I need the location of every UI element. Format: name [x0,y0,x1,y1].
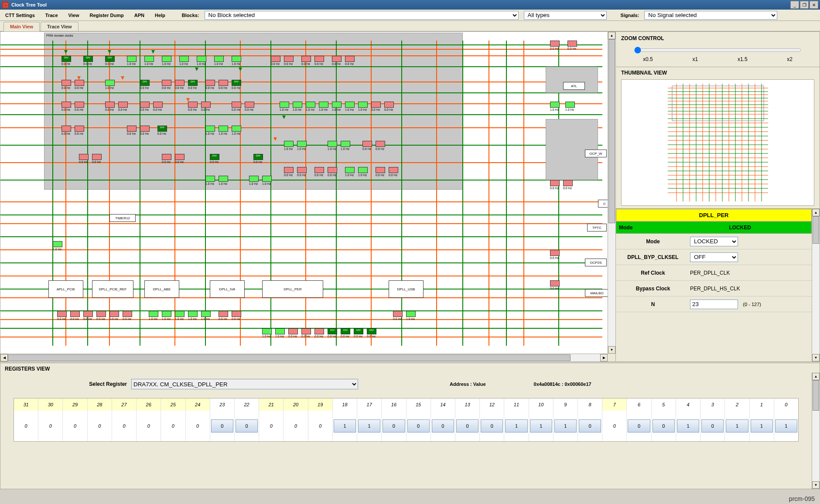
bit-value-button[interactable]: 1 [677,419,699,432]
clock-block[interactable] [219,126,228,132]
menu-trace[interactable]: Trace [43,12,61,19]
clock-block[interactable]: DIV [354,328,363,334]
scroll-up-icon[interactable]: ▲ [608,32,615,39]
close-button[interactable]: ✕ [810,1,818,9]
tab-main-view[interactable]: Main View [3,22,40,31]
diagram-scroll-h[interactable]: ◀ ▶ [0,354,608,361]
clock-block[interactable] [345,56,355,62]
clock-block[interactable] [328,141,337,147]
block-c[interactable]: C [598,200,608,208]
clock-block[interactable] [301,328,311,334]
block-ocpw[interactable]: OCP_W [585,150,607,157]
clock-block[interactable] [314,167,324,173]
clock-block[interactable]: DIV [157,126,167,132]
clock-block[interactable] [550,280,560,286]
clock-block[interactable] [345,167,355,173]
diagram-scroll-v[interactable]: ▲ ▼ [608,32,615,354]
clock-block[interactable] [275,328,285,334]
clock-block[interactable] [179,56,189,62]
clock-block[interactable] [175,80,184,86]
types-select[interactable]: All types [524,11,607,20]
clock-block[interactable]: DIV [62,56,71,62]
clock-block[interactable] [140,126,150,132]
bit-value-button[interactable]: 0 [481,419,503,432]
clock-block[interactable]: DIV [367,328,376,334]
clock-block[interactable] [288,328,298,334]
clock-block[interactable]: DIV [232,80,241,86]
clock-block[interactable] [75,102,84,108]
scroll-left-icon[interactable]: ◀ [0,354,8,361]
bit-value-button[interactable]: 0 [701,419,724,432]
reg-select[interactable]: DRA7XX. CM_CLKSEL_DPLL_PER [131,379,358,389]
clock-block[interactable] [219,311,228,317]
prop-byp-select[interactable]: OFF [690,252,738,262]
bit-value-button[interactable]: 0 [579,419,601,432]
scroll-thumb-h[interactable] [8,354,571,361]
clock-block[interactable] [567,41,577,47]
bit-value-button[interactable]: 0 [628,419,650,432]
clock-block[interactable] [271,56,280,62]
diagram-canvas[interactable]: PRM domain clocks [0,32,608,354]
prop-scroll-up-icon[interactable]: ▲ [812,209,820,216]
clock-block[interactable] [214,56,224,62]
clock-block[interactable] [197,56,206,62]
bit-value-button[interactable]: 0 [432,419,454,432]
clock-block[interactable] [219,176,228,182]
thumbnail-view[interactable] [621,79,814,206]
clock-block[interactable] [345,102,355,108]
clock-block[interactable]: DIV [105,56,115,62]
clock-block[interactable] [297,141,307,147]
clock-block[interactable] [62,126,71,132]
clock-block[interactable] [358,102,368,108]
clock-block[interactable] [75,80,84,86]
pll-dpll-per[interactable]: DPLL_PER [262,280,323,298]
clock-block[interactable] [205,176,215,182]
clock-block[interactable] [149,311,158,317]
bit-value-button[interactable]: 0 [211,419,233,432]
bit-value-button[interactable]: 1 [726,419,748,432]
clock-block[interactable] [297,167,307,173]
clock-block[interactable] [188,311,198,317]
clock-block[interactable] [406,311,416,317]
clock-block[interactable] [314,56,324,62]
clock-block[interactable] [175,154,184,160]
clock-block[interactable]: DIV [140,80,150,86]
clock-block[interactable] [319,102,328,108]
clock-block[interactable] [341,141,350,147]
clock-block[interactable] [280,102,289,108]
bit-value-button[interactable]: 0 [456,419,478,432]
menu-view[interactable]: View [66,12,82,19]
clock-block[interactable] [332,56,342,62]
prop-n-input[interactable] [690,300,738,309]
clock-block[interactable] [83,311,93,317]
clock-block[interactable] [123,311,132,317]
clock-block[interactable] [96,311,106,317]
block-ocp2s[interactable]: OCP2S [585,259,607,266]
clock-block[interactable] [245,102,254,108]
bit-value-button[interactable]: 0 [407,419,430,432]
clock-block[interactable] [232,126,241,132]
clock-block[interactable] [232,311,241,317]
clock-block[interactable] [127,126,137,132]
clock-block[interactable]: DIV [83,56,93,62]
clock-block[interactable] [550,102,560,108]
clock-block[interactable] [201,311,211,317]
block-atl[interactable]: ATL [563,82,585,90]
clock-block[interactable] [109,311,119,317]
tab-trace-view[interactable]: Trace View [41,22,79,31]
clock-block[interactable] [62,80,71,86]
clock-block[interactable]: DIV [210,154,219,160]
reg-scroll-thumb[interactable] [813,380,819,411]
clock-block[interactable] [358,167,368,173]
zoom-slider[interactable] [634,47,801,54]
clock-block[interactable] [376,141,385,147]
clock-block[interactable] [162,154,171,160]
clock-block[interactable] [205,80,215,86]
clock-block[interactable] [188,102,198,108]
clock-block[interactable] [384,102,394,108]
maximize-button[interactable]: ❐ [800,1,809,9]
clock-block[interactable] [550,250,560,256]
clock-block[interactable] [105,102,115,108]
clock-block[interactable] [79,154,89,160]
clock-block[interactable] [284,56,294,62]
